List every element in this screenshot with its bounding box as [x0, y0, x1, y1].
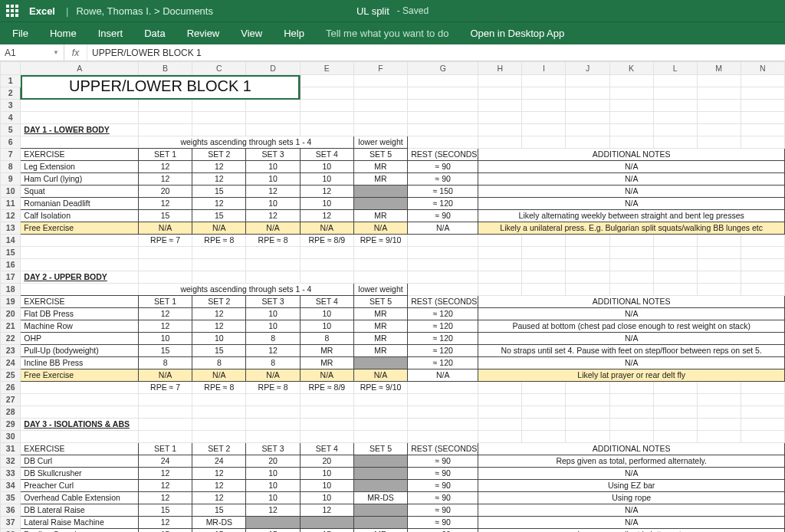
cell[interactable] [192, 247, 246, 259]
row-header[interactable]: 5 [1, 124, 21, 136]
cell[interactable] [653, 75, 697, 87]
cell[interactable]: N/A [478, 173, 785, 186]
cell[interactable]: SET 2 [192, 296, 246, 308]
cell[interactable] [300, 259, 353, 271]
cell[interactable] [741, 259, 784, 271]
cell[interactable]: 12 [300, 210, 353, 222]
cell[interactable] [609, 87, 653, 100]
cell[interactable] [300, 517, 353, 529]
cell[interactable]: 12 [192, 468, 246, 480]
spreadsheet-grid[interactable]: A B C D E F G H I J K L M N 1UPPER/LOWER… [0, 61, 785, 532]
cell[interactable] [192, 124, 246, 136]
cell[interactable] [408, 431, 478, 443]
cell[interactable]: ADDITIONAL NOTES [478, 296, 785, 308]
row-header[interactable]: 18 [1, 284, 21, 296]
cell[interactable] [478, 284, 522, 296]
row-header[interactable]: 10 [1, 186, 21, 198]
col-header[interactable]: J [566, 62, 609, 75]
cell[interactable]: ≈ 90 [408, 492, 478, 504]
cell[interactable]: Leg Extension [21, 161, 139, 173]
cell[interactable]: MR [300, 357, 353, 369]
cell[interactable] [741, 112, 784, 124]
cell[interactable] [522, 75, 566, 87]
cell[interactable]: RPE ≈ 8 [246, 382, 300, 394]
cell[interactable] [653, 124, 697, 136]
cell[interactable]: RPE ≈ 8/9 [300, 235, 353, 247]
cell[interactable]: 15 [192, 186, 246, 198]
cell[interactable]: SET 3 [246, 443, 300, 455]
cell[interactable] [653, 406, 697, 419]
cell[interactable]: SET 3 [246, 149, 300, 161]
cell[interactable] [741, 271, 784, 284]
cell[interactable]: Machine Row [21, 320, 139, 333]
cell[interactable] [741, 124, 784, 136]
cell[interactable] [566, 382, 609, 394]
cell[interactable]: N/A [478, 504, 785, 517]
cell[interactable] [478, 259, 522, 271]
cell[interactable]: 10 [300, 308, 353, 320]
cell[interactable] [138, 259, 192, 271]
cell[interactable]: Squat [21, 186, 139, 198]
cell[interactable]: N/A [246, 222, 300, 235]
cell[interactable] [21, 382, 139, 394]
cell[interactable]: Likely alternating weekly between straig… [478, 210, 785, 222]
cell[interactable]: 8 [300, 333, 353, 345]
cell[interactable] [21, 100, 139, 112]
cell[interactable]: 12 [192, 161, 246, 173]
cell[interactable]: MR [353, 173, 407, 186]
cell[interactable] [697, 394, 741, 406]
cell[interactable] [353, 271, 407, 284]
cell[interactable]: Calf Isolation [21, 210, 139, 222]
row-header[interactable]: 13 [1, 222, 21, 235]
cell[interactable] [478, 112, 522, 124]
cell[interactable] [566, 100, 609, 112]
cell[interactable]: Incline BB Press [21, 357, 139, 369]
cell[interactable]: 10 [300, 492, 353, 504]
row-header[interactable]: 3 [1, 100, 21, 112]
cell[interactable] [741, 247, 784, 259]
cell[interactable]: Decline Crunches [21, 529, 139, 533]
cell[interactable]: ≈ 90 [408, 161, 478, 173]
cell[interactable]: ≈ 60 [408, 529, 478, 533]
row-header[interactable]: 25 [1, 369, 21, 382]
cell[interactable] [478, 100, 522, 112]
cell[interactable] [138, 247, 192, 259]
cell[interactable] [478, 87, 522, 100]
cell[interactable] [478, 75, 522, 87]
cell[interactable]: SET 2 [192, 443, 246, 455]
cell[interactable] [353, 406, 407, 419]
cell[interactable] [408, 247, 478, 259]
cell[interactable] [192, 112, 246, 124]
cell[interactable]: MR-DS [192, 517, 246, 529]
cell[interactable] [138, 124, 192, 136]
cell[interactable] [478, 235, 522, 247]
menu-review[interactable]: Review [187, 28, 220, 39]
cell[interactable] [697, 136, 741, 149]
cell[interactable] [246, 394, 300, 406]
row-header[interactable]: 19 [1, 296, 21, 308]
cell[interactable] [353, 112, 407, 124]
cell[interactable] [653, 136, 697, 149]
cell[interactable] [697, 382, 741, 394]
row-header[interactable]: 4 [1, 112, 21, 124]
cell[interactable]: EXERCISE [21, 443, 139, 455]
cell[interactable]: RPE ≈ 7 [138, 235, 192, 247]
cell[interactable] [522, 382, 566, 394]
cell[interactable] [300, 100, 353, 112]
cell[interactable] [741, 394, 784, 406]
cell[interactable] [653, 100, 697, 112]
row-header[interactable]: 30 [1, 431, 21, 443]
cell[interactable]: 12 [192, 173, 246, 186]
cell[interactable]: 12 [246, 210, 300, 222]
cell[interactable] [353, 75, 407, 87]
cell[interactable] [478, 271, 522, 284]
cell[interactable]: MR [300, 345, 353, 357]
cell[interactable]: ADDITIONAL NOTES [478, 149, 785, 161]
cell[interactable]: ≈ 120 [408, 320, 478, 333]
cell[interactable]: MR [353, 345, 407, 357]
cell[interactable]: ≈ 90 [408, 173, 478, 186]
cell[interactable] [609, 382, 653, 394]
cell[interactable]: 10 [246, 173, 300, 186]
cell[interactable] [741, 431, 784, 443]
cell[interactable] [353, 517, 407, 529]
